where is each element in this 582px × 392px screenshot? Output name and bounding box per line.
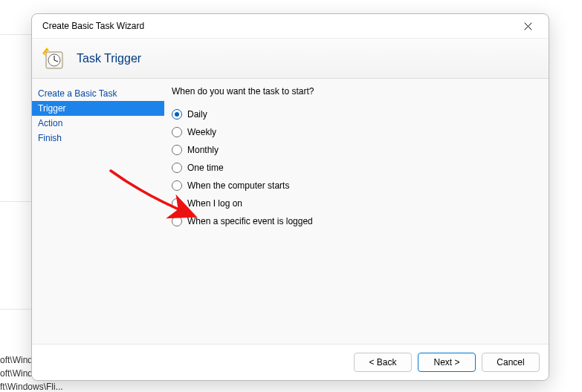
radio-event-logged[interactable] (172, 216, 182, 226)
radio-monthly[interactable] (172, 145, 182, 155)
option-event-logged[interactable]: When a specific event is logged (172, 212, 541, 230)
wizard-body: Create a Basic Task Trigger Action Finis… (32, 79, 549, 344)
radio-log-on[interactable] (172, 198, 182, 209)
cancel-button[interactable]: Cancel (482, 353, 540, 372)
close-icon (524, 22, 532, 30)
wizard-dialog: Create Basic Task Wizard Task Trigger Cr… (31, 13, 549, 381)
content-pane: When do you want the task to start? Dail… (164, 79, 549, 344)
page-title: Task Trigger (77, 52, 141, 65)
option-daily[interactable]: Daily (172, 105, 541, 123)
trigger-question: When do you want the task to start? (172, 86, 541, 97)
option-monthly[interactable]: Monthly (172, 141, 541, 159)
radio-computer-starts[interactable] (172, 180, 182, 191)
label-monthly: Monthly (187, 145, 219, 155)
label-daily: Daily (187, 109, 207, 120)
step-create-basic-task[interactable]: Create a Basic Task (32, 86, 164, 101)
option-one-time[interactable]: One time (172, 159, 541, 177)
radio-weekly[interactable] (172, 127, 182, 137)
radio-daily[interactable] (172, 109, 182, 120)
background-divider (0, 309, 31, 310)
option-weekly[interactable]: Weekly (172, 123, 541, 141)
option-computer-starts[interactable]: When the computer starts (172, 177, 541, 195)
step-action[interactable]: Action (32, 116, 164, 131)
bg-text-1: oft\Wind (0, 355, 33, 365)
label-log-on: When I log on (187, 198, 242, 209)
button-bar: < Back Next > Cancel (32, 344, 549, 380)
label-computer-starts: When the computer starts (187, 180, 289, 191)
titlebar: Create Basic Task Wizard (32, 14, 549, 38)
close-button[interactable] (517, 16, 538, 36)
option-log-on[interactable]: When I log on (172, 195, 541, 212)
step-list: Create a Basic Task Trigger Action Finis… (32, 79, 164, 344)
radio-one-time[interactable] (172, 163, 182, 173)
step-finish[interactable]: Finish (32, 131, 164, 146)
bg-text-3: ft\Windows\Fli... (0, 382, 63, 392)
header-section: Task Trigger (32, 38, 549, 79)
label-weekly: Weekly (187, 127, 216, 137)
window-title: Create Basic Task Wizard (42, 21, 144, 31)
next-button[interactable]: Next > (418, 353, 476, 372)
task-scheduler-icon (39, 45, 66, 72)
label-event-logged: When a specific event is logged (187, 216, 313, 226)
label-one-time: One time (187, 163, 224, 173)
back-button[interactable]: < Back (354, 353, 412, 372)
step-trigger[interactable]: Trigger (32, 101, 164, 116)
